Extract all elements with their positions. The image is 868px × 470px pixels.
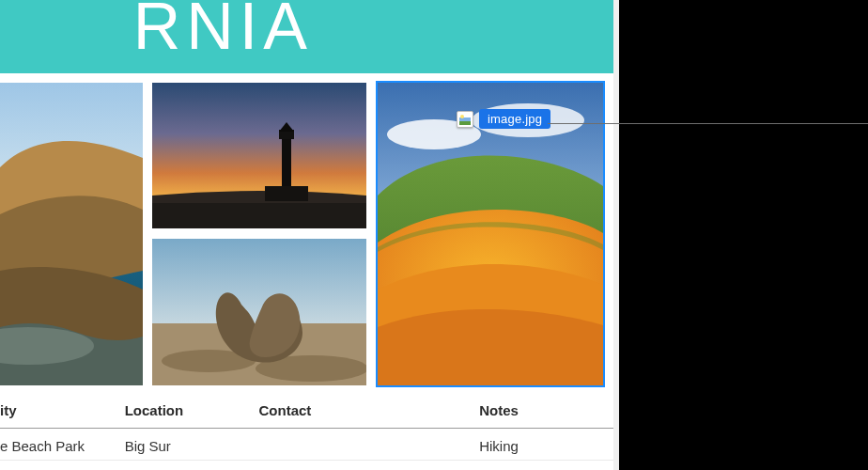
photo-sea-lions[interactable]: [152, 239, 366, 385]
col-header-location[interactable]: Location: [125, 393, 259, 429]
image-icon: [152, 239, 366, 385]
drag-file-label: image.jpg: [479, 109, 550, 129]
screenshot-stage: RNIA: [0, 0, 868, 470]
cell-contact[interactable]: [258, 429, 479, 461]
table-header-row: ity Location Contact Notes: [0, 393, 613, 429]
drag-file-badge[interactable]: image.jpg: [457, 109, 550, 129]
cell-location[interactable]: Big Sur: [125, 429, 259, 461]
cell-notes[interactable]: Hiking: [479, 429, 613, 461]
header-banner: RNIA: [0, 0, 613, 73]
svg-rect-8: [265, 186, 308, 201]
cell-activity[interactable]: e Beach Park: [0, 429, 125, 461]
data-table: ity Location Contact Notes e Beach Park …: [0, 393, 613, 461]
image-file-icon: [457, 111, 473, 128]
image-icon: [152, 83, 366, 228]
col-header-activity[interactable]: ity: [0, 393, 125, 429]
annotation-callout-line: [548, 123, 868, 124]
photo-lighthouse-sunset[interactable]: [152, 83, 366, 228]
table-row[interactable]: e Beach Park Big Sur Hiking: [0, 429, 613, 461]
photo-coastal-cliffs[interactable]: [0, 83, 143, 385]
photo-gallery: [0, 83, 613, 393]
image-icon: [0, 83, 143, 385]
document-canvas[interactable]: RNIA: [0, 0, 613, 470]
svg-rect-9: [152, 239, 366, 323]
col-header-notes[interactable]: Notes: [479, 393, 613, 429]
page-title: RNIA: [133, 0, 313, 64]
vertical-scrollbar-gutter[interactable]: [613, 0, 619, 470]
col-header-contact[interactable]: Contact: [258, 393, 479, 429]
